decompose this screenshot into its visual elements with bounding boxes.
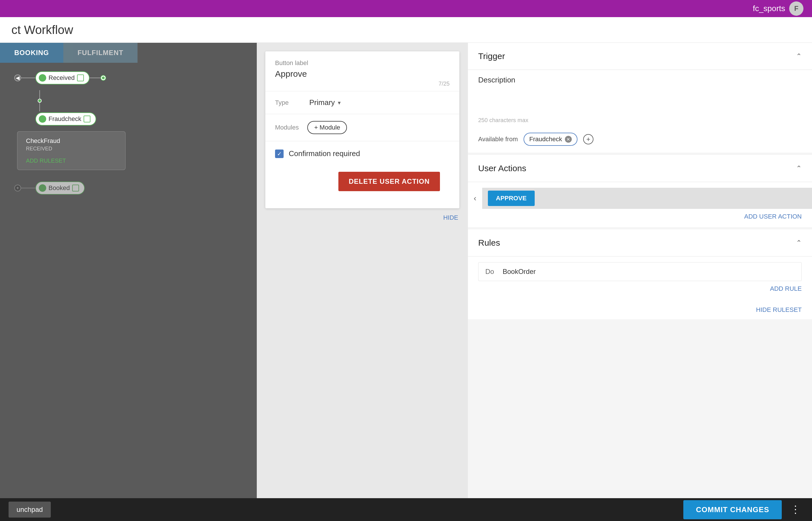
approve-action-button[interactable]: APPROVE <box>488 190 535 206</box>
bottom-bar: unchpad COMMIT CHANGES ⋮ <box>0 498 812 521</box>
chevron-down-icon: ▾ <box>338 99 341 106</box>
tab-booking[interactable]: BOOKING <box>0 43 63 63</box>
ua-prev-button[interactable]: ‹ <box>468 194 482 203</box>
add-tag-button[interactable]: + <box>583 134 594 144</box>
rules-content: Do BookOrder ADD RULE <box>468 256 812 302</box>
launchpad-button[interactable]: unchpad <box>8 502 51 518</box>
user-actions-section: User Actions ⌃ ‹ APPROVE ADD USER ACTION <box>468 155 812 227</box>
node-circle-3 <box>39 184 46 192</box>
middle-panel: Button label Approve 7/25 Type Primary ▾… <box>257 43 468 498</box>
commit-changes-button[interactable]: COMMIT CHANGES <box>683 500 782 519</box>
trigger-section: Trigger ⌃ Description 250 characters max… <box>468 43 812 153</box>
description-label: Description <box>478 75 802 85</box>
rules-title: Rules <box>478 238 500 248</box>
rules-collapse-icon[interactable]: ⌃ <box>796 239 802 247</box>
ruleset-label: CheckFraud <box>26 137 117 145</box>
avatar[interactable]: F <box>789 1 804 16</box>
canvas-area: BOOKING FULFILMENT ◀ Received <box>0 43 257 498</box>
page-title: ct Workflow <box>11 23 73 37</box>
add-user-action-link[interactable]: ADD USER ACTION <box>468 209 812 224</box>
ua-actions-area: APPROVE <box>482 188 812 209</box>
user-actions-content: ‹ APPROVE ADD USER ACTION <box>468 182 812 227</box>
modules-label: Modules <box>275 124 299 131</box>
rule-keyword: Do <box>485 268 494 276</box>
node-received[interactable]: Received <box>36 71 90 85</box>
tab-fulfilment[interactable]: FULFILMENT <box>63 43 138 63</box>
node-fraudcheck[interactable]: Fraudcheck <box>36 112 96 126</box>
rule-value: BookOrder <box>503 268 536 276</box>
page-title-area: ct Workflow <box>0 17 812 43</box>
ua-row: ‹ APPROVE <box>468 188 812 209</box>
more-options-icon[interactable]: ⋮ <box>787 504 804 516</box>
right-panel: Trigger ⌃ Description 250 characters max… <box>468 43 812 498</box>
rules-section: Rules ⌃ Do BookOrder ADD RULE HIDE RULES… <box>468 229 812 319</box>
hide-ruleset-link[interactable]: HIDE RULESET <box>468 302 812 319</box>
available-from-row: Available from Fraudcheck ✕ + <box>468 128 812 153</box>
button-label-value[interactable]: Approve <box>275 69 450 79</box>
node-doc-2 <box>84 116 90 122</box>
user-actions-title: User Actions <box>478 163 526 173</box>
char-limit: 250 characters max <box>468 116 812 128</box>
trigger-collapse-icon[interactable]: ⌃ <box>796 52 802 60</box>
delete-btn-wrapper: DELETE USER ACTION <box>265 166 459 208</box>
confirmation-checkbox[interactable]: ✓ <box>275 150 284 158</box>
trigger-header: Trigger ⌃ <box>468 43 812 70</box>
char-counter: 7/25 <box>275 81 450 87</box>
top-bar: fc_sports F <box>0 0 812 17</box>
node-doc <box>77 74 84 81</box>
add-rule-link[interactable]: ADD RULE <box>478 281 802 296</box>
workflow-diagram: ◀ Received Fraudcheck <box>0 63 257 203</box>
hide-link[interactable]: HIDE <box>257 214 468 227</box>
confirmation-field: ✓ Confirmation required <box>265 141 459 166</box>
add-ruleset-link[interactable]: ADD RULESET <box>26 158 117 164</box>
username-label: fc_sports <box>753 4 785 13</box>
node-circle-2 <box>39 115 46 123</box>
type-select[interactable]: Primary ▾ <box>309 98 341 107</box>
type-label: Type <box>275 99 304 107</box>
description-input[interactable] <box>478 87 802 110</box>
available-from-label: Available from <box>478 136 518 143</box>
fraudcheck-tag: Fraudcheck ✕ <box>524 133 578 146</box>
user-info: fc_sports F <box>753 1 804 16</box>
user-actions-collapse-icon[interactable]: ⌃ <box>796 164 802 172</box>
button-label-field: Button label Approve 7/25 <box>265 51 459 91</box>
node-circle <box>39 74 46 82</box>
type-field: Type Primary ▾ <box>265 91 459 114</box>
remove-tag-button[interactable]: ✕ <box>565 136 572 143</box>
trigger-title: Trigger <box>478 51 505 61</box>
rule-item: Do BookOrder <box>478 262 802 281</box>
ruleset-sublabel: RECEIVED <box>26 146 117 152</box>
form-card: Button label Approve 7/25 Type Primary ▾… <box>265 51 459 208</box>
node-doc-3 <box>72 185 79 191</box>
canvas-tabs: BOOKING FULFILMENT <box>0 43 257 63</box>
node-booked[interactable]: Booked <box>36 181 85 195</box>
add-module-button[interactable]: + Module <box>307 121 347 134</box>
user-actions-header: User Actions ⌃ <box>468 155 812 182</box>
bottom-right: COMMIT CHANGES ⋮ <box>683 500 804 519</box>
button-label-label: Button label <box>275 59 450 67</box>
confirmation-label: Confirmation required <box>289 149 360 158</box>
delete-user-action-button[interactable]: DELETE USER ACTION <box>339 172 440 191</box>
rules-header: Rules ⌃ <box>468 229 812 256</box>
modules-field: Modules + Module <box>265 114 459 141</box>
trigger-description-area: Description <box>468 70 812 116</box>
